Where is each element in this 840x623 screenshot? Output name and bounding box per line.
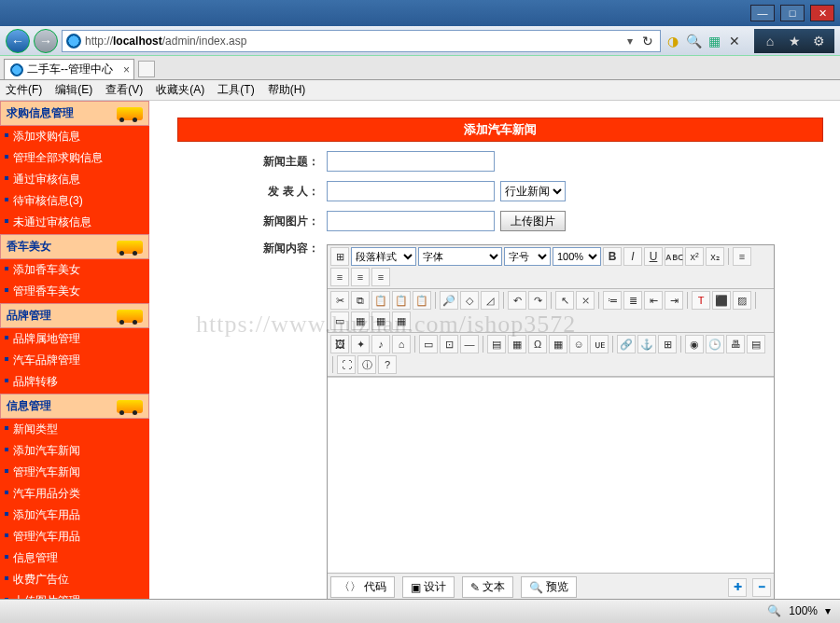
sidebar-item[interactable]: 新闻类型	[0, 419, 149, 440]
new-tab-button[interactable]	[138, 61, 155, 77]
browser-tab[interactable]: 二手车--管理中心 ×	[4, 59, 134, 79]
sidebar-item[interactable]: 添加求购信息	[0, 126, 149, 147]
tab-text[interactable]: ✎文本	[462, 576, 513, 598]
tab-design[interactable]: ▣设计	[402, 576, 455, 598]
tab-code[interactable]: 〈〉代码	[330, 576, 395, 598]
excel-icon[interactable]: ▦	[549, 335, 567, 353]
code-icon[interactable]: ▦	[371, 312, 390, 330]
media-icon[interactable]: ♪	[371, 335, 390, 353]
quote-icon[interactable]: ▦	[392, 312, 411, 330]
bold-icon[interactable]: B	[603, 247, 622, 266]
anchor-icon[interactable]: ⚓	[637, 335, 656, 353]
menu-help[interactable]: 帮助(H)	[268, 82, 306, 98]
close-button[interactable]: ✕	[810, 5, 834, 21]
symbol-icon[interactable]: Ω	[528, 335, 547, 353]
fullscreen-icon[interactable]: ⛶	[337, 355, 356, 374]
cut-icon[interactable]: ✂	[330, 291, 349, 310]
expand-icon[interactable]: ⊞	[330, 247, 349, 266]
upload-button[interactable]: 上传图片	[500, 211, 566, 231]
tab-close-icon[interactable]: ×	[123, 63, 130, 76]
align-center-icon[interactable]: ≡	[330, 268, 349, 286]
url-dropdown-icon[interactable]: ▾	[624, 35, 636, 48]
sidebar-item[interactable]: 添加香车美女	[0, 259, 149, 281]
sidebar-item[interactable]: 未通过审核信息	[0, 212, 149, 233]
image-input[interactable]	[327, 211, 495, 231]
print-icon[interactable]: 🖶	[726, 335, 745, 353]
favorites-icon[interactable]: ★	[786, 33, 803, 49]
sidebar-item[interactable]: 品牌属地管理	[0, 328, 149, 350]
zoom-icon[interactable]: 🔍	[767, 604, 781, 617]
paste-word-icon[interactable]: 📋	[413, 291, 431, 310]
sidebar-item[interactable]: 信息管理	[0, 547, 149, 569]
date-icon[interactable]: ◉	[685, 335, 704, 353]
tab-preview[interactable]: 🔍预览	[521, 576, 577, 598]
maximize-button[interactable]: □	[780, 5, 805, 21]
sidebar-item[interactable]: 上传图片管理	[0, 590, 149, 599]
sidebar-item[interactable]: 管理全部求购信息	[0, 147, 149, 169]
super-icon[interactable]: x²	[685, 247, 704, 266]
underline-icon[interactable]: U	[644, 247, 663, 266]
char-icon[interactable]: ᴜᴇ	[590, 335, 609, 353]
marquee-icon[interactable]: ▤	[487, 335, 506, 353]
back-button[interactable]: ←	[6, 29, 30, 53]
sidebar-group-brand[interactable]: 品牌管理	[0, 303, 149, 328]
undo-icon[interactable]: ↶	[508, 291, 526, 310]
flash-icon[interactable]: ✦	[351, 335, 370, 353]
backcolor-icon[interactable]: ⬛	[712, 291, 731, 310]
paste-text-icon[interactable]: 📋	[392, 291, 411, 310]
redo-icon[interactable]: ↷	[528, 291, 547, 310]
emot-icon[interactable]: ☺	[569, 335, 588, 353]
sidebar-item[interactable]: 汽车品牌管理	[0, 350, 149, 371]
zoom-select[interactable]: 100%	[553, 247, 601, 266]
pointer-icon[interactable]: ↖	[555, 291, 574, 310]
field-icon[interactable]: ▭	[419, 335, 438, 353]
file-icon[interactable]: ⌂	[392, 335, 411, 353]
menu-tools[interactable]: 工具(T)	[217, 82, 254, 98]
frame-icon[interactable]: ▦	[351, 312, 370, 330]
feed-icon[interactable]: ▦	[706, 33, 722, 49]
ol-icon[interactable]: ≔	[603, 291, 622, 310]
paste-icon[interactable]: 📋	[371, 291, 390, 310]
sidebar-item[interactable]: 品牌转移	[0, 371, 149, 393]
sizeplus-icon[interactable]: ✚	[728, 578, 747, 597]
sidebar-item[interactable]: 汽车用品分类	[0, 483, 149, 505]
search-icon[interactable]: 🔍	[685, 33, 702, 49]
sub-icon[interactable]: x₂	[706, 247, 724, 266]
find-icon[interactable]: 🔎	[440, 291, 458, 310]
para-style-select[interactable]: 段落样式	[351, 247, 416, 266]
layer-icon[interactable]: ▭	[330, 312, 349, 330]
copy-icon[interactable]: ⧉	[351, 291, 370, 310]
minimize-button[interactable]: —	[750, 5, 775, 21]
template-icon[interactable]: ▤	[747, 335, 765, 353]
map-icon[interactable]: ⊞	[658, 335, 677, 353]
subject-input[interactable]	[327, 151, 495, 172]
editor-body[interactable]	[328, 377, 774, 573]
menu-view[interactable]: 查看(V)	[105, 82, 143, 98]
image-icon[interactable]: 🖼	[330, 335, 349, 353]
sidebar-item[interactable]: 管理汽车新闻	[0, 462, 149, 483]
home-icon[interactable]: ⌂	[762, 33, 778, 49]
sizeminus-icon[interactable]: ━	[752, 578, 771, 597]
time-icon[interactable]: 🕒	[706, 335, 724, 353]
sidebar-item[interactable]: 收费广告位	[0, 569, 149, 590]
category-select[interactable]: 行业新闻	[500, 181, 566, 201]
italic-icon[interactable]: I	[623, 247, 642, 266]
align-justify-icon[interactable]: ≡	[371, 268, 390, 286]
eraser-icon[interactable]: ◿	[481, 291, 499, 310]
sidebar-item[interactable]: 通过审核信息	[0, 169, 149, 190]
zoom-dropdown-icon[interactable]: ▾	[825, 604, 831, 617]
clear-icon[interactable]: ◇	[460, 291, 479, 310]
indent-icon[interactable]: ⇥	[665, 291, 683, 310]
sidebar-group-info[interactable]: 信息管理	[0, 394, 149, 419]
sidebar-group-beauty[interactable]: 香车美女	[0, 234, 149, 259]
align-right-icon[interactable]: ≡	[351, 268, 370, 286]
menu-favorites[interactable]: 收藏夹(A)	[156, 82, 204, 98]
font-select[interactable]: 字体	[418, 247, 502, 266]
about-icon[interactable]: ⓘ	[357, 355, 376, 374]
unlink-icon[interactable]: ⤫	[576, 291, 595, 310]
strike-icon[interactable]: ᴀʙᴄ	[665, 247, 683, 266]
tools-icon[interactable]: ⚙	[810, 33, 827, 49]
align-left-icon[interactable]: ≡	[733, 247, 751, 266]
refresh-icon[interactable]: ↻	[639, 33, 656, 49]
sidebar-item[interactable]: 管理香车美女	[0, 281, 149, 302]
